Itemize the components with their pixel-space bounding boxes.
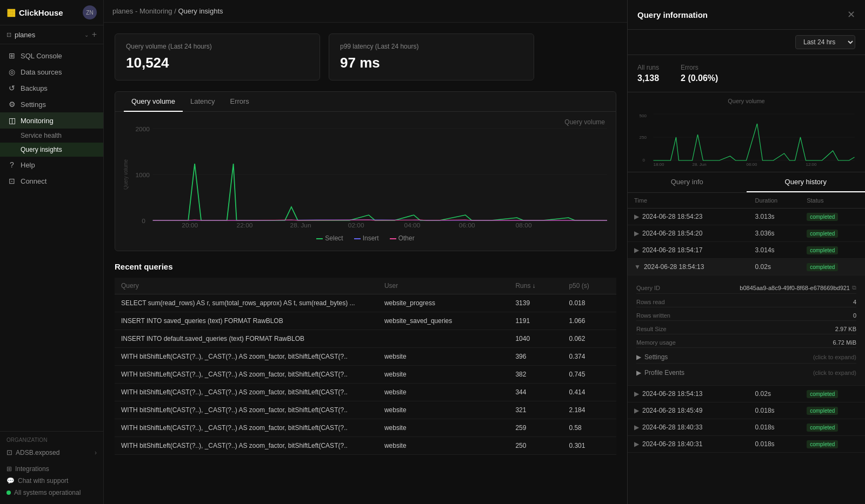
- status-badge: completed: [807, 230, 838, 238]
- table-row[interactable]: WITH bitShiftLeft(CAST(?..), _CAST(?..) …: [115, 366, 616, 384]
- rows-read-value: 4: [853, 299, 856, 305]
- p50-cell: 0.745: [562, 366, 616, 384]
- breadcrumb-query-insights: Query insights: [178, 7, 223, 15]
- history-time-cell: ▶2024-06-28 18:54:20: [628, 225, 749, 242]
- copy-button[interactable]: ⧉: [852, 284, 856, 291]
- nav-section: ⊞ SQL Console ◎ Data sources ↺ Backups ⚙…: [0, 44, 103, 431]
- svg-text:06:00: 06:00: [747, 162, 758, 167]
- panel-chart-title: Query volume: [637, 98, 855, 104]
- history-status-cell: completed: [800, 242, 865, 259]
- sidebar-item-monitoring[interactable]: ◫ Monitoring: [0, 112, 103, 129]
- add-service-button[interactable]: +: [92, 30, 97, 39]
- history-row[interactable]: ▶2024-06-28 18:40:31 0.018s completed: [628, 436, 865, 453]
- sidebar-item-service-health[interactable]: Service health: [0, 129, 103, 143]
- expand-icon[interactable]: ▶: [634, 390, 639, 398]
- help-icon: ?: [8, 160, 16, 169]
- avatar[interactable]: ZN: [83, 5, 97, 19]
- sidebar-footer: Organization ⊡ ADSB.exposed › ⊞ Integrat…: [0, 431, 103, 504]
- expand-icon[interactable]: ▶: [634, 213, 639, 220]
- history-row[interactable]: ▶2024-06-28 18:54:20 3.036s completed: [628, 225, 865, 242]
- query-cell: WITH bitShiftLeft(CAST(?..), _CAST(?..) …: [115, 366, 378, 384]
- tab-query-info[interactable]: Query info: [628, 172, 747, 192]
- expand-icon[interactable]: ▶: [634, 230, 639, 237]
- svg-text:500: 500: [640, 113, 647, 118]
- history-status-cell: completed: [800, 419, 865, 436]
- sidebar-header: ▦ ClickHouse ZN: [0, 0, 103, 25]
- table-row[interactable]: WITH bitShiftLeft(CAST(?..), _CAST(?..) …: [115, 384, 616, 401]
- table-row[interactable]: INSERT INTO default.saved_queries (text)…: [115, 330, 616, 348]
- sidebar-item-query-insights[interactable]: Query insights: [0, 143, 103, 157]
- history-row[interactable]: ▶2024-06-28 18:45:49 0.018s completed: [628, 402, 865, 419]
- right-panel: Query information ✕ Last 24 hrs Last 7 d…: [627, 0, 865, 504]
- query-cell: WITH bitShiftLeft(CAST(?..), _CAST(?..) …: [115, 401, 378, 419]
- org-item[interactable]: ⊡ ADSB.exposed ›: [6, 446, 97, 459]
- expand-icon[interactable]: ▼: [634, 263, 641, 271]
- query-cell: WITH bitShiftLeft(CAST(?..), _CAST(?..) …: [115, 419, 378, 437]
- sidebar-item-sql-console[interactable]: ⊞ SQL Console: [0, 48, 103, 64]
- svg-text:0: 0: [142, 218, 145, 224]
- history-duration-cell: 0.02s: [749, 259, 801, 275]
- table-row[interactable]: INSERT INTO saved_queries (text) FORMAT …: [115, 312, 616, 330]
- sidebar-item-connect[interactable]: ⊡ Connect: [0, 173, 103, 189]
- history-status-cell: completed: [800, 402, 865, 419]
- table-row[interactable]: WITH bitShiftLeft(CAST(?..), _CAST(?..) …: [115, 419, 616, 437]
- expand-icon[interactable]: ▶: [634, 424, 639, 431]
- status-badge: completed: [807, 263, 838, 271]
- sidebar-item-label: SQL Console: [21, 52, 62, 60]
- chevron-right-icon: ›: [95, 449, 97, 456]
- service-selector[interactable]: ⊡ planes ⌄ +: [0, 25, 103, 44]
- status-badge: completed: [807, 407, 838, 415]
- user-cell: website: [378, 366, 509, 384]
- table-row[interactable]: WITH bitShiftLeft(CAST(?..), _CAST(?..) …: [115, 348, 616, 366]
- chat-support-link[interactable]: 💬 Chat with support: [6, 475, 97, 487]
- integrations-link[interactable]: ⊞ Integrations: [6, 463, 97, 475]
- history-row[interactable]: ▼2024-06-28 18:54:13 0.02s completed: [628, 259, 865, 275]
- expand-icon[interactable]: ▶: [634, 407, 639, 414]
- history-row[interactable]: ▶2024-06-28 18:54:23 3.013s completed: [628, 209, 865, 225]
- stat-cards: Query volume (Last 24 hours) 10,524 p99 …: [115, 33, 616, 80]
- expand-icon[interactable]: ▶: [634, 246, 639, 254]
- history-row[interactable]: ▶2024-06-28 18:40:33 0.018s completed: [628, 419, 865, 436]
- tab-errors[interactable]: Errors: [222, 92, 256, 112]
- settings-expand-icon: ▶: [636, 353, 641, 361]
- user-cell: website: [378, 384, 509, 401]
- tab-latency[interactable]: Latency: [183, 92, 223, 112]
- col-user: User: [378, 278, 509, 294]
- user-cell: website: [378, 437, 509, 455]
- sidebar-item-data-sources[interactable]: ◎ Data sources: [0, 64, 103, 80]
- tab-query-volume[interactable]: Query volume: [124, 92, 183, 112]
- history-row[interactable]: ▶2024-06-28 18:54:13 0.02s completed: [628, 386, 865, 402]
- system-status-link[interactable]: All systems operational: [6, 487, 97, 499]
- close-button[interactable]: ✕: [847, 9, 855, 21]
- status-badge: completed: [807, 424, 838, 432]
- breadcrumb-sep1: -: [135, 7, 139, 15]
- query-cell: WITH bitShiftLeft(CAST(?..), _CAST(?..) …: [115, 348, 378, 366]
- table-row[interactable]: SELECT sum(read_rows) AS r, sum(total_ro…: [115, 294, 616, 312]
- p50-cell: 0.58: [562, 419, 616, 437]
- history-status-cell: completed: [800, 436, 865, 453]
- time-range-select[interactable]: Last 24 hrs Last 7 days Last 30 days: [795, 35, 855, 49]
- tab-query-history[interactable]: Query history: [747, 172, 866, 192]
- history-duration-cell: 0.018s: [749, 419, 801, 436]
- sidebar-item-backups[interactable]: ↺ Backups: [0, 80, 103, 96]
- breadcrumb-planes: planes: [112, 7, 133, 15]
- stat-value-query-volume: 10,524: [126, 55, 309, 71]
- sidebar-item-label: Settings: [21, 100, 46, 109]
- panel-tabs: Query info Query history: [628, 172, 865, 193]
- chat-support-label: Chat with support: [18, 477, 68, 485]
- settings-icon: ⚙: [8, 100, 16, 109]
- table-row[interactable]: WITH bitShiftLeft(CAST(?..), _CAST(?..) …: [115, 401, 616, 419]
- settings-expand[interactable]: ▶ Settings (click to expand): [636, 351, 856, 364]
- sidebar-item-help[interactable]: ? Help: [0, 157, 103, 173]
- profile-events-expand[interactable]: ▶ Profile Events (click to expand): [636, 367, 856, 379]
- svg-text:1000: 1000: [135, 172, 150, 178]
- history-row[interactable]: ▶2024-06-28 18:54:17 3.014s completed: [628, 242, 865, 259]
- p50-cell: 0.374: [562, 348, 616, 366]
- sidebar-item-settings[interactable]: ⚙ Settings: [0, 96, 103, 112]
- memory-usage-value: 6.72 MiB: [833, 339, 856, 346]
- expand-icon[interactable]: ▶: [634, 440, 639, 448]
- query-cell: WITH bitShiftLeft(CAST(?..), _CAST(?..) …: [115, 437, 378, 455]
- history-table: Time Duration Status ▶2024-06-28 18:54:2…: [628, 193, 865, 453]
- table-row[interactable]: WITH bitShiftLeft(CAST(?..), _CAST(?..) …: [115, 437, 616, 455]
- runs-cell: 250: [509, 437, 562, 455]
